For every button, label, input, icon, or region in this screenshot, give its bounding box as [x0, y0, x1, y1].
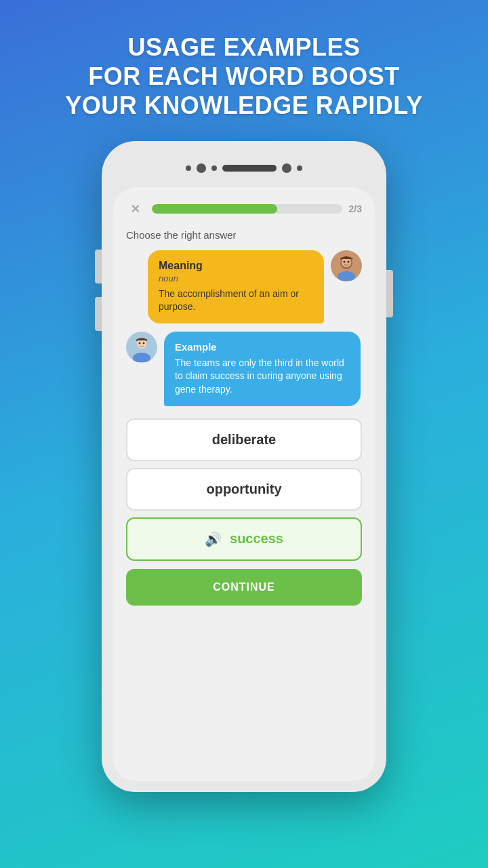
phone-screen: × 2/3 Choose the right answer Meaning no… — [113, 187, 375, 781]
continue-button[interactable]: CONTINUE — [126, 569, 362, 606]
close-button[interactable]: × — [126, 199, 145, 218]
avatar-teacher — [331, 250, 362, 281]
chat-area: Meaning noun The accomplishment of an ai… — [126, 250, 362, 406]
notch-dot-3 — [211, 165, 217, 171]
meaning-row: Meaning noun The accomplishment of an ai… — [126, 250, 362, 323]
phone-notch — [113, 152, 375, 184]
example-title: Example — [175, 341, 350, 353]
header-title: USAGE EXAMPLES FOR EACH WORD BOOST YOUR … — [38, 33, 450, 121]
phone-side-btn-2 — [95, 297, 102, 331]
svg-point-10 — [143, 342, 145, 344]
answer-option-3[interactable]: 🔊 success — [126, 517, 362, 561]
example-row: Example The teams are only the third in … — [126, 332, 362, 406]
meaning-text: The accomplishment of an aim or purpose. — [159, 288, 313, 314]
answer-options: deliberate opportunity 🔊 success CONTINU… — [126, 418, 362, 606]
answer-option-3-label: success — [230, 531, 283, 547]
progress-fill — [152, 204, 277, 214]
answer-option-2[interactable]: opportunity — [126, 468, 362, 511]
meaning-subtitle: noun — [159, 273, 313, 283]
progress-counter: 2/3 — [349, 203, 362, 214]
example-text: The teams are only the third in the worl… — [175, 357, 350, 397]
answer-option-1[interactable]: deliberate — [126, 418, 362, 461]
phone-side-btn-1 — [95, 250, 102, 283]
sound-icon: 🔊 — [205, 531, 222, 547]
meaning-bubble: Meaning noun The accomplishment of an ai… — [148, 250, 324, 323]
svg-point-8 — [137, 339, 146, 349]
instruction-text: Choose the right answer — [126, 229, 362, 241]
phone-frame: × 2/3 Choose the right answer Meaning no… — [102, 141, 386, 792]
example-bubble: Example The teams are only the third in … — [164, 332, 361, 406]
avatar-student — [126, 332, 157, 363]
notch-dot-4 — [282, 163, 291, 173]
svg-point-9 — [139, 342, 141, 344]
progress-row: × 2/3 — [126, 199, 362, 218]
svg-point-4 — [344, 260, 346, 262]
meaning-title: Meaning — [159, 260, 313, 272]
phone-side-btn-right — [386, 270, 393, 317]
progress-track — [152, 204, 342, 214]
svg-point-5 — [348, 260, 350, 262]
notch-dot-1 — [186, 165, 191, 171]
notch-dot-5 — [297, 165, 302, 171]
notch-bar — [222, 165, 277, 172]
notch-dot-2 — [197, 163, 206, 173]
svg-point-3 — [342, 258, 351, 267]
